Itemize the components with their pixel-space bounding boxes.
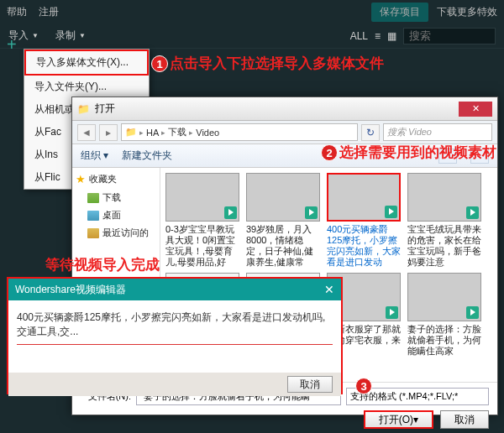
breadcrumb[interactable]: 📁 ▸HA▸下载▸Video — [121, 123, 358, 141]
step-marker-2: 2 — [321, 144, 338, 161]
app-topbar: 帮助 注册 保存项目 下载更多特效 — [0, 0, 504, 23]
file-item[interactable]: 宝宝毛绒玩具带来的危害，家长在给宝宝玩吗，新手爸妈要注意 — [407, 173, 483, 268]
sidebar-downloads[interactable]: 下载 — [76, 189, 156, 206]
play-badge-icon — [466, 206, 479, 219]
menu-help[interactable]: 帮助 — [7, 5, 27, 19]
file-item-selected[interactable]: 400元买辆豪爵125摩托，小罗擦完闪亮如新，大家看是进口发动 — [327, 173, 402, 268]
dialog-nav: ◄ ▸ 📁 ▸HA▸下载▸Video ↻ 搜索 Video — [72, 121, 497, 144]
dialog-titlebar: 📁 打开 ✕ — [72, 97, 497, 121]
menu-import-folder[interactable]: 导入文件夹(Y)... — [24, 76, 149, 98]
close-icon[interactable]: ✕ — [459, 102, 492, 117]
view-grid-icon[interactable]: ▦ — [387, 30, 396, 42]
nav-back-icon[interactable]: ◄ — [77, 124, 96, 141]
play-badge-icon — [305, 206, 318, 219]
modal-title: Wondershare视频编辑器 — [15, 283, 126, 297]
modal-body: 400元买辆豪爵125摩托，小罗擦完闪亮如新，大家看是进口发动机吗,交通工具,交… — [8, 300, 341, 373]
play-badge-icon — [224, 206, 237, 219]
progress-modal: Wondershare视频编辑器 ✕ 400元买辆豪爵125摩托，小罗擦完闪亮如… — [7, 277, 343, 394]
new-folder-button[interactable]: 新建文件夹 — [122, 149, 172, 163]
modal-cancel-button[interactable]: 取消 — [287, 376, 333, 393]
file-item[interactable]: 39岁独居，月入8000，情绪稳定，日子神仙,健康养生,健康常 — [246, 173, 322, 268]
tip-3: 等待视频导入完成 — [45, 255, 160, 274]
menu-import-media[interactable]: 导入多媒体文件(X)... — [24, 50, 149, 76]
nav-fwd-icon[interactable]: ▸ — [99, 124, 118, 141]
play-badge-icon — [386, 306, 398, 319]
tip-2: 选择需要用到的视频素材 — [339, 143, 496, 162]
add-icon[interactable]: + — [7, 35, 17, 55]
organize-button[interactable]: 组织 ▾ — [81, 149, 108, 163]
tip-1: 点击导入下拉选择导入多媒体文件 — [170, 54, 384, 73]
file-item[interactable]: 0-3岁宝宝早教玩具大观！0闲置宝宝玩具！,母婴育儿,母婴用品,好 — [165, 173, 241, 268]
refresh-icon[interactable]: ↻ — [361, 124, 380, 141]
menu-register[interactable]: 注册 — [39, 5, 59, 19]
view-list-icon[interactable]: ≡ — [375, 30, 381, 42]
modal-titlebar: Wondershare视频编辑器 ✕ — [8, 279, 341, 300]
search-input[interactable] — [403, 28, 496, 44]
folder-icon: 📁 — [77, 103, 90, 115]
toolbar: 导入 ▼ 录制 ▼ ALL ≡ ▦ — [0, 23, 504, 49]
dialog-search-input[interactable]: 搜索 Video — [383, 123, 492, 141]
open-button[interactable]: 打开(O) ▾ — [364, 410, 433, 429]
play-badge-icon — [385, 206, 397, 218]
record-tab[interactable]: 录制 ▼ — [55, 29, 86, 43]
modal-close-icon[interactable]: ✕ — [324, 283, 334, 296]
sidebar-recent[interactable]: 最近访问的 — [76, 224, 156, 242]
more-effects-link[interactable]: 下载更多特效 — [437, 5, 497, 19]
cancel-button[interactable]: 取消 — [440, 410, 489, 429]
dialog-title: 打开 — [95, 102, 115, 116]
sidebar-favorites[interactable]: ★收藏夹 — [76, 173, 156, 185]
progress-bar — [17, 344, 333, 345]
file-item[interactable]: 妻子的选择：方脸就偷着手机，为何能瞒住高家 — [407, 273, 483, 368]
save-project-button[interactable]: 保存项目 — [371, 3, 428, 22]
filter-all[interactable]: ALL — [350, 30, 368, 42]
step-marker-1: 1 — [151, 55, 168, 72]
play-badge-icon — [466, 306, 479, 319]
sidebar-desktop[interactable]: 桌面 — [76, 206, 156, 224]
modal-message: 400元买辆豪爵125摩托，小罗擦完闪亮如新，大家看是进口发动机吗,交通工具,交… — [17, 311, 325, 337]
step-marker-3: 3 — [355, 378, 372, 394]
